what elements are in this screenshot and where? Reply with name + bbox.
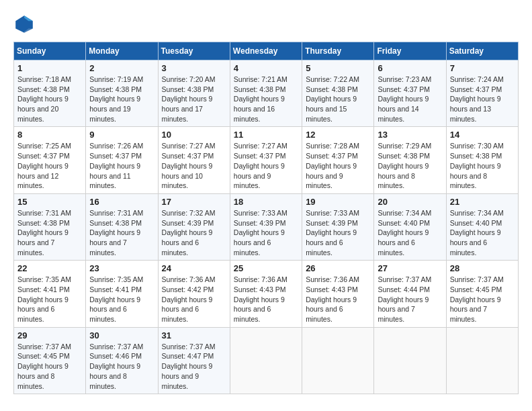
day-detail: Sunrise: 7:34 AMSunset: 4:40 PMDaylight … xyxy=(450,209,504,257)
calendar-cell: 23 Sunrise: 7:35 AMSunset: 4:41 PMDaylig… xyxy=(86,261,158,327)
day-number: 23 xyxy=(89,263,154,273)
calendar-cell: 12 Sunrise: 7:28 AMSunset: 4:37 PMDaylig… xyxy=(302,127,374,193)
calendar-cell: 25 Sunrise: 7:36 AMSunset: 4:43 PMDaylig… xyxy=(230,261,302,327)
day-number: 7 xyxy=(450,63,515,73)
day-detail: Sunrise: 7:27 AMSunset: 4:37 PMDaylight … xyxy=(162,142,216,189)
calendar-cell: 11 Sunrise: 7:27 AMSunset: 4:37 PMDaylig… xyxy=(230,127,302,193)
calendar-cell xyxy=(446,327,518,394)
calendar-week-row: 8 Sunrise: 7:25 AMSunset: 4:37 PMDayligh… xyxy=(14,127,519,193)
calendar-cell: 19 Sunrise: 7:33 AMSunset: 4:39 PMDaylig… xyxy=(302,193,374,260)
calendar-cell: 31 Sunrise: 7:37 AMSunset: 4:47 PMDaylig… xyxy=(158,327,230,394)
day-detail: Sunrise: 7:35 AMSunset: 4:41 PMDaylight … xyxy=(17,275,71,323)
calendar-cell: 15 Sunrise: 7:31 AMSunset: 4:38 PMDaylig… xyxy=(14,193,86,260)
calendar-cell: 1 Sunrise: 7:18 AMSunset: 4:38 PMDayligh… xyxy=(14,60,86,127)
logo-icon xyxy=(13,13,35,35)
day-number: 4 xyxy=(234,63,298,73)
calendar-cell: 4 Sunrise: 7:21 AMSunset: 4:38 PMDayligh… xyxy=(230,60,302,127)
day-number: 13 xyxy=(378,130,442,140)
calendar-cell: 21 Sunrise: 7:34 AMSunset: 4:40 PMDaylig… xyxy=(446,193,518,260)
calendar-cell: 24 Sunrise: 7:36 AMSunset: 4:42 PMDaylig… xyxy=(158,261,230,327)
calendar-cell: 20 Sunrise: 7:34 AMSunset: 4:40 PMDaylig… xyxy=(374,193,446,260)
day-detail: Sunrise: 7:22 AMSunset: 4:38 PMDaylight … xyxy=(306,75,359,123)
column-header-tuesday: Tuesday xyxy=(158,42,230,60)
day-detail: Sunrise: 7:26 AMSunset: 4:37 PMDaylight … xyxy=(89,142,143,189)
day-number: 30 xyxy=(89,330,154,340)
day-detail: Sunrise: 7:37 AMSunset: 4:45 PMDaylight … xyxy=(450,275,504,323)
calendar-cell: 27 Sunrise: 7:37 AMSunset: 4:44 PMDaylig… xyxy=(374,261,446,327)
svg-marker-0 xyxy=(15,15,33,33)
calendar-cell: 18 Sunrise: 7:33 AMSunset: 4:39 PMDaylig… xyxy=(230,193,302,260)
day-detail: Sunrise: 7:20 AMSunset: 4:38 PMDaylight … xyxy=(162,75,216,123)
calendar-cell: 10 Sunrise: 7:27 AMSunset: 4:37 PMDaylig… xyxy=(158,127,230,193)
column-header-sunday: Sunday xyxy=(14,42,86,60)
page-header xyxy=(13,13,519,35)
day-detail: Sunrise: 7:37 AMSunset: 4:45 PMDaylight … xyxy=(17,342,71,390)
day-number: 9 xyxy=(89,130,154,140)
column-header-wednesday: Wednesday xyxy=(230,42,302,60)
day-detail: Sunrise: 7:29 AMSunset: 4:38 PMDaylight … xyxy=(378,142,431,189)
day-number: 28 xyxy=(450,263,515,273)
day-detail: Sunrise: 7:24 AMSunset: 4:37 PMDaylight … xyxy=(450,75,504,123)
day-number: 1 xyxy=(17,63,82,73)
day-number: 21 xyxy=(450,197,515,207)
day-detail: Sunrise: 7:23 AMSunset: 4:37 PMDaylight … xyxy=(378,75,431,123)
column-header-thursday: Thursday xyxy=(302,42,374,60)
calendar-cell: 13 Sunrise: 7:29 AMSunset: 4:38 PMDaylig… xyxy=(374,127,446,193)
calendar-cell: 8 Sunrise: 7:25 AMSunset: 4:37 PMDayligh… xyxy=(14,127,86,193)
day-detail: Sunrise: 7:36 AMSunset: 4:43 PMDaylight … xyxy=(306,275,359,323)
calendar-header-row: SundayMondayTuesdayWednesdayThursdayFrid… xyxy=(14,42,519,60)
day-detail: Sunrise: 7:37 AMSunset: 4:44 PMDaylight … xyxy=(378,275,431,323)
column-header-monday: Monday xyxy=(86,42,158,60)
calendar-week-row: 15 Sunrise: 7:31 AMSunset: 4:38 PMDaylig… xyxy=(14,193,519,260)
day-detail: Sunrise: 7:19 AMSunset: 4:38 PMDaylight … xyxy=(89,75,143,123)
calendar-cell: 17 Sunrise: 7:32 AMSunset: 4:39 PMDaylig… xyxy=(158,193,230,260)
calendar-cell xyxy=(302,327,374,394)
column-header-friday: Friday xyxy=(374,42,446,60)
day-number: 27 xyxy=(378,263,442,273)
day-detail: Sunrise: 7:36 AMSunset: 4:42 PMDaylight … xyxy=(162,275,216,323)
day-number: 19 xyxy=(306,197,370,207)
day-number: 11 xyxy=(234,130,298,140)
day-number: 8 xyxy=(17,130,82,140)
day-number: 25 xyxy=(234,263,298,273)
day-number: 26 xyxy=(306,263,370,273)
logo xyxy=(13,13,38,35)
day-detail: Sunrise: 7:27 AMSunset: 4:37 PMDaylight … xyxy=(234,142,287,189)
day-detail: Sunrise: 7:35 AMSunset: 4:41 PMDaylight … xyxy=(89,275,143,323)
calendar-cell: 5 Sunrise: 7:22 AMSunset: 4:38 PMDayligh… xyxy=(302,60,374,127)
day-number: 3 xyxy=(162,63,226,73)
day-number: 12 xyxy=(306,130,370,140)
day-number: 17 xyxy=(162,197,226,207)
calendar-week-row: 1 Sunrise: 7:18 AMSunset: 4:38 PMDayligh… xyxy=(14,60,519,127)
day-detail: Sunrise: 7:36 AMSunset: 4:43 PMDaylight … xyxy=(234,275,287,323)
day-number: 20 xyxy=(378,197,442,207)
day-number: 2 xyxy=(89,63,154,73)
calendar-cell: 3 Sunrise: 7:20 AMSunset: 4:38 PMDayligh… xyxy=(158,60,230,127)
day-detail: Sunrise: 7:37 AMSunset: 4:47 PMDaylight … xyxy=(162,342,216,390)
day-number: 29 xyxy=(17,330,82,340)
day-detail: Sunrise: 7:32 AMSunset: 4:39 PMDaylight … xyxy=(162,209,216,257)
day-number: 18 xyxy=(234,197,298,207)
day-number: 6 xyxy=(378,63,442,73)
calendar-cell: 2 Sunrise: 7:19 AMSunset: 4:38 PMDayligh… xyxy=(86,60,158,127)
day-number: 16 xyxy=(89,197,154,207)
calendar-cell: 7 Sunrise: 7:24 AMSunset: 4:37 PMDayligh… xyxy=(446,60,518,127)
calendar-cell: 26 Sunrise: 7:36 AMSunset: 4:43 PMDaylig… xyxy=(302,261,374,327)
column-header-saturday: Saturday xyxy=(446,42,518,60)
day-detail: Sunrise: 7:34 AMSunset: 4:40 PMDaylight … xyxy=(378,209,431,257)
calendar-cell: 6 Sunrise: 7:23 AMSunset: 4:37 PMDayligh… xyxy=(374,60,446,127)
calendar-cell: 16 Sunrise: 7:31 AMSunset: 4:38 PMDaylig… xyxy=(86,193,158,260)
day-number: 15 xyxy=(17,197,82,207)
day-number: 31 xyxy=(162,330,226,340)
day-detail: Sunrise: 7:30 AMSunset: 4:38 PMDaylight … xyxy=(450,142,504,189)
calendar-cell: 30 Sunrise: 7:37 AMSunset: 4:46 PMDaylig… xyxy=(86,327,158,394)
day-detail: Sunrise: 7:25 AMSunset: 4:37 PMDaylight … xyxy=(17,142,71,189)
day-number: 24 xyxy=(162,263,226,273)
day-detail: Sunrise: 7:37 AMSunset: 4:46 PMDaylight … xyxy=(89,342,143,390)
day-detail: Sunrise: 7:33 AMSunset: 4:39 PMDaylight … xyxy=(234,209,287,257)
calendar-table: SundayMondayTuesdayWednesdayThursdayFrid… xyxy=(13,42,519,394)
day-number: 14 xyxy=(450,130,515,140)
calendar-cell: 9 Sunrise: 7:26 AMSunset: 4:37 PMDayligh… xyxy=(86,127,158,193)
day-detail: Sunrise: 7:28 AMSunset: 4:37 PMDaylight … xyxy=(306,142,359,189)
calendar-cell: 28 Sunrise: 7:37 AMSunset: 4:45 PMDaylig… xyxy=(446,261,518,327)
